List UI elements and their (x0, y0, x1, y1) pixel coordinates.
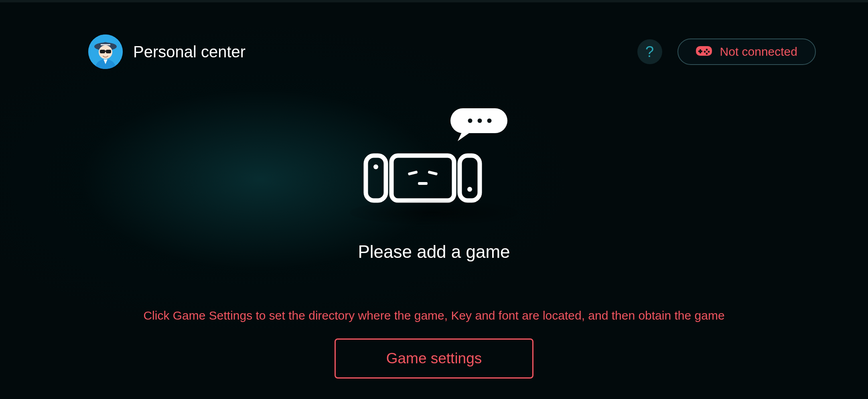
svg-rect-5 (106, 50, 111, 53)
svg-rect-20 (408, 170, 418, 176)
game-settings-button[interactable]: Game settings (335, 338, 533, 379)
svg-point-18 (373, 164, 378, 169)
svg-point-12 (704, 51, 706, 53)
svg-rect-2 (101, 44, 110, 45)
page-title: Personal center (133, 43, 245, 61)
empty-state-title: Please add a game (0, 242, 868, 262)
top-border (0, 0, 868, 2)
svg-rect-22 (418, 182, 428, 185)
svg-point-14 (468, 119, 473, 123)
svg-rect-6 (105, 51, 106, 52)
svg-rect-23 (460, 156, 480, 201)
header-right: ? Not connected (637, 38, 816, 65)
header-left: Personal center (88, 34, 245, 69)
shadow (350, 201, 518, 225)
empty-state-illustration (344, 108, 524, 213)
hint-text: Click Game Settings to set the directory… (0, 309, 868, 322)
header: Personal center ? Not connected (88, 34, 816, 69)
help-icon: ? (645, 43, 654, 61)
svg-point-10 (708, 51, 710, 53)
svg-rect-19 (391, 156, 454, 201)
connection-label: Not connected (720, 45, 797, 59)
svg-rect-21 (428, 170, 438, 176)
svg-point-9 (706, 49, 708, 51)
svg-point-11 (706, 53, 708, 55)
gamepad-icon (696, 45, 712, 58)
svg-rect-4 (100, 50, 105, 53)
help-button[interactable]: ? (637, 39, 662, 64)
connection-status-button[interactable]: Not connected (677, 38, 816, 65)
console-speech-icon (344, 108, 524, 213)
avatar[interactable] (88, 34, 123, 69)
svg-rect-8 (698, 51, 702, 52)
game-settings-button-label: Game settings (386, 350, 482, 367)
svg-point-16 (487, 119, 492, 123)
svg-rect-17 (366, 156, 386, 201)
svg-rect-13 (450, 108, 507, 133)
svg-point-15 (478, 119, 482, 123)
avatar-icon (88, 34, 123, 69)
svg-point-24 (467, 187, 472, 192)
